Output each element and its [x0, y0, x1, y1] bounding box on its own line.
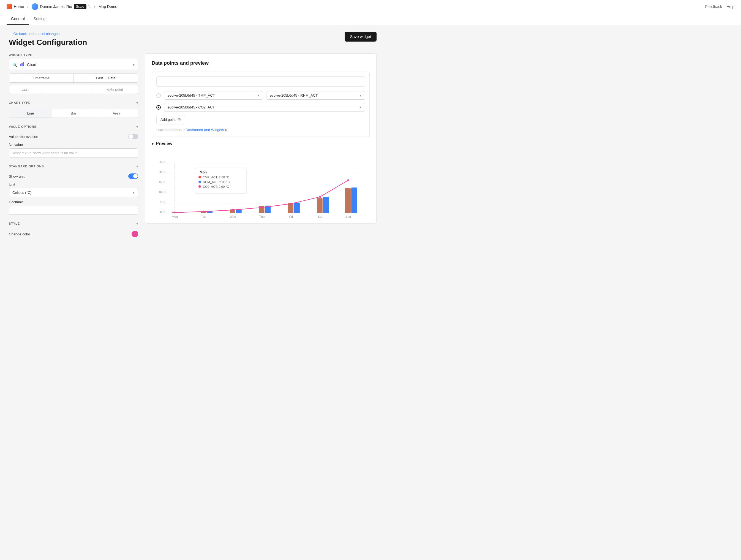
- add-point-label: Add point: [160, 118, 176, 122]
- svg-rect-0: [20, 64, 21, 66]
- chart-type-chevron: ▾: [136, 101, 138, 105]
- standard-options-label: STANDARD OPTIONS: [9, 165, 44, 168]
- dp3-value: evolve-205b6d45 - CO2_ACT: [167, 105, 215, 109]
- chart-type-bar[interactable]: Bar: [52, 109, 95, 118]
- top-nav: Home / Donnie James Rio Scale ⇅ / Map De…: [0, 0, 741, 13]
- svg-point-34: [319, 195, 321, 198]
- data-point-select-2[interactable]: evolve-205b6d45 - RHM_ACT ▾: [266, 91, 365, 100]
- last-label: Last: [9, 85, 41, 94]
- standard-options-section-row[interactable]: STANDARD OPTIONS ▾: [9, 163, 138, 170]
- svg-text:Mon: Mon: [200, 171, 207, 174]
- tab-general[interactable]: General: [7, 13, 29, 25]
- learn-more-link[interactable]: Dashboard and Widgets: [186, 128, 224, 132]
- add-point-icon: ⊕: [177, 117, 181, 122]
- back-link[interactable]: ← Go back and cancel changes: [9, 32, 87, 36]
- chevron-updown-icon[interactable]: ⇅: [88, 5, 91, 8]
- svg-text:Fri: Fri: [289, 215, 292, 218]
- preview-header[interactable]: ▾ Preview: [152, 141, 370, 146]
- learn-more: Learn more about Dashboard and Widgets ⧉: [156, 128, 365, 132]
- scale-badge: Scale: [74, 4, 86, 9]
- value-abbreviation-row: Value abbreviation: [9, 134, 138, 139]
- svg-point-31: [232, 209, 234, 211]
- style-section-row[interactable]: STYLE ▾: [9, 220, 138, 227]
- svg-point-33: [290, 203, 292, 205]
- timeframe-tabs: Timeframe Last ... Data: [9, 73, 138, 82]
- svg-rect-27: [323, 197, 329, 213]
- svg-text:15.00: 15.00: [158, 180, 166, 184]
- chart-title-input[interactable]: Temperature & Humidity: [156, 76, 365, 87]
- right-panel: Data points and preview Temperature & Hu…: [145, 53, 377, 224]
- last-data-tab[interactable]: Last ... Data: [74, 74, 138, 82]
- dp2-chevron: ▾: [359, 93, 361, 98]
- external-link-icon: ⧉: [225, 128, 227, 132]
- left-column: WIDGET TYPE 🔍 Chart ▾ Timeframe Last ...…: [9, 53, 138, 241]
- right-column: Data points and preview Temperature & Hu…: [145, 53, 377, 241]
- svg-text:RHM_ACT: 2.00 °C: RHM_ACT: 2.00 °C: [203, 180, 230, 184]
- timeframe-tab[interactable]: Timeframe: [9, 74, 74, 82]
- style-label: STYLE: [9, 222, 20, 225]
- svg-text:25.00: 25.00: [158, 160, 166, 164]
- chart-widget-icon: [19, 61, 25, 68]
- value-abbreviation-label: Value abbreviation: [9, 135, 38, 139]
- user-location: Rio: [66, 4, 72, 9]
- chart-type-section-row[interactable]: CHART TYPE ▾: [9, 100, 138, 106]
- last-value-input[interactable]: 10: [41, 85, 92, 94]
- svg-point-48: [198, 181, 201, 183]
- data-points-area: Temperature & Humidity evolve-205b6d45 -…: [152, 72, 370, 137]
- svg-text:Mon: Mon: [172, 215, 178, 218]
- value-options-section-row[interactable]: VALUE OPTIONS ▾: [9, 123, 138, 130]
- breadcrumb-sep: /: [27, 4, 28, 9]
- preview-title: Preview: [156, 141, 172, 146]
- svg-rect-20: [317, 198, 322, 213]
- home-link[interactable]: Home: [7, 4, 24, 9]
- svg-text:5.00: 5.00: [160, 200, 166, 204]
- decimals-field: Decimals 2: [9, 200, 138, 215]
- svg-rect-1: [21, 63, 22, 66]
- widget-type-chevron: ▾: [133, 62, 135, 67]
- main-content: ← Go back and cancel changes Widget Conf…: [0, 25, 385, 247]
- unit-field: Unit Celsius (°C) ▾: [9, 182, 138, 197]
- user-name: Donnie James: [40, 4, 65, 9]
- breadcrumb-sep2: /: [94, 4, 95, 9]
- data-point-select-1[interactable]: evolve-205b6d45 - TMP_ACT ▾: [164, 91, 263, 100]
- data-point-radio-1[interactable]: [156, 93, 161, 98]
- unit-label: Unit: [9, 182, 138, 186]
- svg-text:Wed: Wed: [229, 215, 236, 218]
- no-value-input[interactable]: [9, 148, 138, 158]
- preview-collapse-icon: ▾: [152, 141, 154, 146]
- search-icon: 🔍: [12, 62, 17, 67]
- chart-type-label: CHART TYPE: [9, 101, 30, 104]
- panel-title: Data points and preview: [152, 60, 370, 66]
- data-point-radio-2[interactable]: [156, 105, 161, 110]
- color-swatch[interactable]: [132, 231, 138, 237]
- svg-text:Tue: Tue: [201, 215, 206, 218]
- data-point-select-3[interactable]: evolve-205b6d45 - CO2_ACT ▾: [164, 103, 365, 112]
- svg-text:20.00: 20.00: [158, 171, 166, 174]
- save-widget-button[interactable]: Save widget: [345, 32, 377, 42]
- value-options-chevron: ▾: [136, 124, 138, 129]
- decimals-input[interactable]: 2: [9, 206, 138, 215]
- show-unit-row: Show unit: [9, 174, 138, 179]
- feedback-link[interactable]: Feedback: [705, 4, 722, 9]
- unit-select[interactable]: Celsius (°C) ▾: [9, 188, 138, 197]
- svg-text:Thu: Thu: [259, 215, 265, 218]
- value-abbreviation-toggle[interactable]: [128, 134, 138, 139]
- home-icon: [7, 4, 12, 9]
- widget-type-label: WIDGET TYPE: [9, 53, 138, 57]
- svg-text:TMP_ACT: 2.00 °C: TMP_ACT: 2.00 °C: [203, 176, 229, 179]
- last-unit: data point: [92, 85, 138, 94]
- svg-point-50: [198, 185, 201, 188]
- show-unit-toggle[interactable]: [128, 174, 138, 179]
- unit-value: Celsius (°C): [12, 191, 31, 195]
- svg-point-35: [347, 179, 349, 181]
- no-value-field: No value: [9, 143, 138, 158]
- svg-text:Sun: Sun: [345, 215, 351, 218]
- unit-chevron: ▾: [133, 191, 135, 195]
- show-unit-label: Show unit: [9, 174, 24, 178]
- widget-type-select[interactable]: 🔍 Chart ▾: [9, 59, 138, 70]
- help-link[interactable]: Help: [726, 4, 734, 9]
- chart-type-area[interactable]: Area: [95, 109, 138, 118]
- tab-settings[interactable]: Settings: [29, 13, 52, 25]
- add-point-button[interactable]: Add point ⊕: [156, 115, 185, 124]
- chart-type-line[interactable]: Line: [9, 109, 52, 118]
